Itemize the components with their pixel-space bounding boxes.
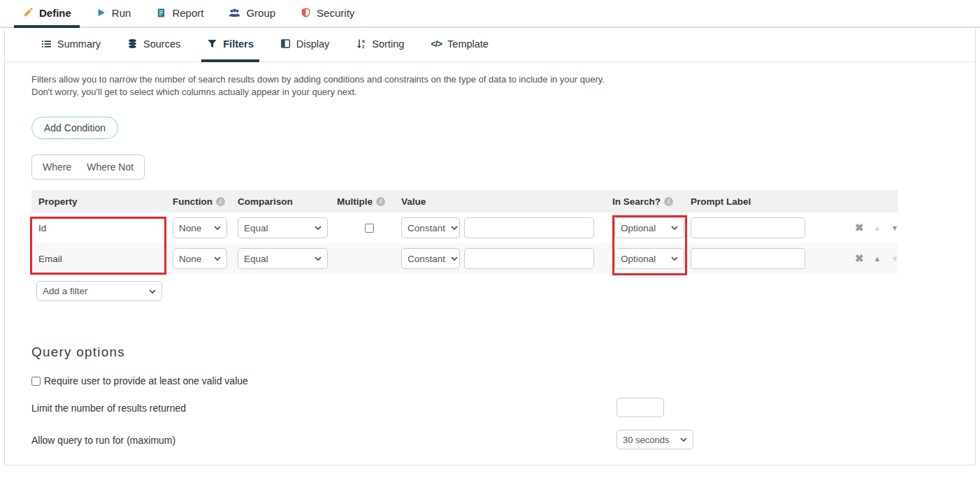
add-condition-button[interactable]: Add Condition (31, 117, 118, 139)
move-up-icon[interactable]: ▲ (874, 254, 881, 263)
info-icon[interactable]: i (664, 197, 673, 206)
require-valid-value-row: Require user to provide at least one val… (31, 375, 975, 386)
limit-results-row: Limit the number of results returned (31, 398, 975, 419)
value-type-select[interactable]: Constant (401, 248, 460, 269)
tab-define-label: Define (39, 7, 71, 19)
move-up-icon[interactable]: ▲ (874, 224, 881, 232)
report-icon (156, 8, 166, 18)
tab-report-label: Report (172, 7, 203, 19)
header-value: Value (401, 196, 612, 207)
header-comparison: Comparison (238, 196, 337, 207)
add-filter-select[interactable]: Add a filter (36, 281, 162, 301)
filter-property: Id (31, 223, 173, 233)
chevron-down-icon (671, 226, 678, 230)
top-nav: Define Run Report Group Security (0, 0, 980, 28)
query-timeout-select[interactable]: 30 seconds (617, 430, 693, 449)
header-multiple: Multiplei (337, 196, 401, 207)
filters-table-header: Property Functioni Comparison Multiplei … (31, 190, 898, 212)
move-down-icon[interactable]: ▼ (891, 224, 898, 232)
subtab-display-label: Display (296, 38, 330, 50)
subtab-summary[interactable]: Summary (36, 28, 106, 62)
subtab-sorting[interactable]: az Sorting (350, 28, 410, 62)
chevron-down-icon (315, 226, 322, 230)
header-function: Functioni (173, 196, 238, 207)
function-select[interactable]: None (173, 248, 227, 269)
define-panel: Summary Sources Filters Display az Sorti… (4, 28, 976, 465)
subtab-template-label: Template (447, 38, 489, 50)
chevron-down-icon (451, 256, 458, 261)
function-select[interactable]: None (173, 217, 227, 238)
filters-table: Property Functioni Comparison Multiplei … (31, 190, 898, 274)
tab-run-label: Run (112, 7, 131, 19)
subtab-template[interactable]: </> Template (425, 28, 494, 62)
funnel-icon (207, 38, 217, 49)
chevron-down-icon (451, 226, 458, 230)
value-type-select[interactable]: Constant (401, 217, 460, 238)
info-icon[interactable]: i (216, 197, 225, 206)
delete-filter-icon[interactable]: ✖ (855, 252, 864, 265)
tab-security[interactable]: Security (292, 0, 363, 28)
subtab-filters-label: Filters (223, 38, 254, 50)
value-input[interactable] (464, 217, 594, 238)
subtab-filters[interactable]: Filters (201, 28, 259, 62)
columns-icon (280, 38, 291, 49)
tab-run[interactable]: Run (88, 0, 140, 28)
where-not-button[interactable]: Where Not (87, 161, 134, 173)
in-search-select[interactable]: Optional (614, 217, 684, 238)
require-valid-value-label: Require user to provide at least one val… (44, 375, 248, 386)
chevron-down-icon (214, 226, 221, 230)
where-toggle-group: Where Where Not (31, 154, 145, 180)
filters-description-line1: Filters allow you to narrow the number o… (31, 73, 975, 86)
play-icon (96, 8, 106, 17)
shield-icon (301, 7, 311, 18)
info-icon[interactable]: i (376, 197, 385, 206)
code-icon: </> (431, 38, 442, 49)
move-down-icon[interactable]: ▼ (891, 254, 898, 263)
chevron-down-icon (214, 256, 221, 261)
group-icon (229, 8, 240, 18)
svg-text:a: a (362, 38, 365, 43)
subtab-sources[interactable]: Sources (122, 28, 186, 62)
database-icon (127, 38, 138, 49)
subtab-display[interactable]: Display (275, 28, 336, 62)
query-timeout-row: Allow query to run for (maximum) 30 seco… (31, 430, 975, 451)
pencil-icon (22, 7, 34, 18)
filter-property: Email (31, 254, 173, 264)
tab-define[interactable]: Define (14, 0, 80, 28)
multiple-checkbox[interactable] (365, 224, 374, 233)
delete-filter-icon[interactable]: ✖ (855, 222, 864, 234)
subtab-sorting-label: Sorting (372, 38, 404, 50)
require-valid-value-checkbox[interactable] (31, 377, 41, 386)
list-icon (41, 39, 52, 49)
chevron-down-icon (671, 256, 678, 261)
tab-group[interactable]: Group (220, 0, 284, 28)
chevron-down-icon (149, 289, 156, 294)
prompt-label-input[interactable] (691, 217, 805, 238)
tab-report[interactable]: Report (147, 0, 212, 28)
subtab-sources-label: Sources (143, 38, 180, 50)
header-in-search: In Search?i (612, 196, 691, 207)
filters-description: Filters allow you to narrow the number o… (31, 73, 975, 99)
chevron-down-icon (315, 256, 322, 261)
prompt-label-input[interactable] (691, 248, 805, 269)
query-timeout-label: Allow query to run for (maximum) (31, 435, 175, 446)
query-options-title: Query options (31, 345, 975, 360)
header-property: Property (31, 196, 173, 207)
in-search-select[interactable]: Optional (614, 248, 684, 269)
comparison-select[interactable]: Equal (238, 248, 328, 269)
subtab-summary-label: Summary (57, 38, 101, 50)
header-prompt-label: Prompt Label (691, 196, 828, 207)
comparison-select[interactable]: Equal (238, 217, 328, 238)
tab-group-label: Group (246, 7, 275, 19)
svg-text:z: z (362, 44, 365, 49)
limit-results-input[interactable] (617, 398, 664, 417)
sub-nav: Summary Sources Filters Display az Sorti… (5, 28, 975, 62)
chevron-down-icon (680, 437, 687, 442)
value-input[interactable] (464, 248, 594, 269)
limit-results-label: Limit the number of results returned (31, 403, 186, 414)
tab-security-label: Security (317, 7, 354, 19)
sort-icon: az (356, 38, 366, 49)
filter-row-id: Id None Equal Constant Optional ✖ ▲ ▼ (31, 212, 898, 243)
filter-row-email: Email None Equal Constant Optional ✖ ▲ ▼ (31, 243, 898, 274)
where-button[interactable]: Where (43, 161, 71, 173)
